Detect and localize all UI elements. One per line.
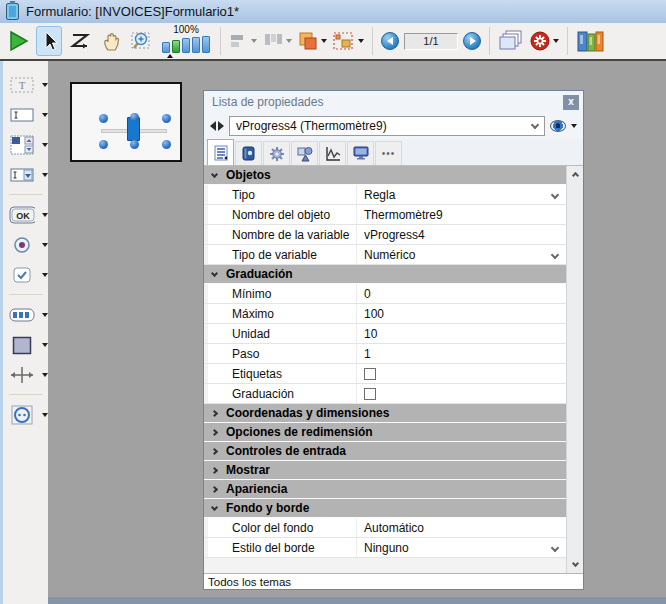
progress-bar-tool[interactable] — [3, 304, 48, 326]
tab-style[interactable] — [291, 141, 318, 165]
section-header[interactable]: Mostrar — [204, 461, 567, 480]
previous-object-button[interactable] — [210, 121, 224, 131]
errors-dropdown-arrow[interactable] — [553, 39, 559, 43]
zoom-bar-current[interactable] — [172, 40, 180, 53]
progress-bar-dropdown-arrow[interactable] — [42, 313, 48, 317]
tab-settings[interactable] — [263, 141, 290, 165]
previous-page-button[interactable] — [381, 32, 399, 50]
selection-zone-dropdown-arrow[interactable] — [358, 39, 364, 43]
zoom-bar-4[interactable] — [192, 37, 200, 53]
checkbox-tool[interactable] — [3, 264, 48, 286]
static-label-tool[interactable]: T — [3, 74, 48, 96]
section-header[interactable]: Graduación — [204, 265, 567, 284]
property-value[interactable]: vProgress4 — [356, 225, 567, 244]
combo-box-dropdown-arrow[interactable] — [42, 173, 48, 177]
plugin-area-tool[interactable] — [3, 404, 48, 426]
chevron-right-icon — [211, 466, 218, 473]
panel-status-bar: Todos los temas — [204, 573, 583, 589]
section-header[interactable]: Coordenadas y dimensiones — [204, 404, 567, 423]
scroll-down-button[interactable] — [567, 557, 583, 573]
push-button-dropdown-arrow[interactable] — [42, 213, 48, 217]
property-value[interactable]: Automático — [356, 518, 567, 537]
selection-handle-bottom-middle[interactable] — [130, 140, 139, 149]
zoom-bar-5[interactable] — [202, 36, 210, 53]
pan-button[interactable] — [98, 26, 124, 56]
splitter-dropdown-arrow[interactable] — [42, 373, 48, 377]
section-header[interactable]: Fondo y borde — [204, 499, 567, 518]
property-value[interactable]: Regla — [356, 185, 567, 204]
group-box-tool[interactable] — [3, 334, 48, 356]
property-value[interactable]: 0 — [356, 284, 567, 303]
selection-handle-bottom-left[interactable] — [99, 140, 108, 149]
select-tool-button[interactable] — [36, 26, 62, 56]
zoom-widget[interactable]: 100% — [162, 25, 210, 57]
property-list-panel: Lista de propiedades x vProgress4 (Therm… — [203, 90, 584, 590]
panel-tabs: ••• — [204, 139, 583, 166]
help-button[interactable] — [576, 26, 606, 56]
zoom-select-button[interactable] — [129, 26, 155, 56]
property-value[interactable] — [356, 364, 567, 383]
zoom-bar-1[interactable] — [162, 42, 170, 53]
selection-handle-top-left[interactable] — [99, 114, 108, 123]
selection-zone-button[interactable] — [332, 26, 364, 56]
plugin-area-dropdown-arrow[interactable] — [42, 413, 48, 417]
distribute-button-disabled — [262, 26, 292, 56]
section-header[interactable]: Opciones de redimensión — [204, 423, 567, 442]
property-value[interactable]: Thermomètre9 — [356, 205, 567, 224]
property-value[interactable]: Ninguno — [356, 538, 567, 557]
radio-button-dropdown-arrow[interactable] — [42, 243, 48, 247]
tab-display[interactable] — [347, 141, 374, 165]
order-front-button[interactable] — [297, 26, 327, 56]
zoom-bar-3[interactable] — [182, 38, 190, 53]
next-page-button[interactable] — [463, 32, 481, 50]
zoom-bars[interactable] — [162, 36, 210, 53]
window-list-button[interactable] — [498, 26, 524, 56]
scroll-up-button[interactable] — [567, 166, 583, 182]
section-header[interactable]: Controles de entrada — [204, 442, 567, 461]
checkbox-icon — [12, 266, 32, 284]
form-canvas[interactable] — [70, 82, 182, 162]
push-button-tool[interactable]: OK — [3, 204, 48, 226]
visibility-filter-button[interactable] — [550, 120, 577, 132]
property-value[interactable] — [356, 384, 567, 403]
close-icon[interactable]: x — [563, 95, 579, 110]
property-row: Nombre de la variablevProgress4 — [204, 225, 567, 245]
shapes-icon — [297, 146, 313, 162]
section-header[interactable]: Apariencia — [204, 480, 567, 499]
tab-details[interactable] — [235, 141, 262, 165]
radio-button-tool[interactable] — [3, 234, 48, 256]
panel-header[interactable]: Lista de propiedades x — [204, 91, 583, 113]
vertical-scrollbar[interactable] — [566, 166, 583, 573]
object-selector-combo[interactable]: vProgress4 (Thermomètre9) — [229, 116, 545, 136]
property-label: Etiquetas — [204, 367, 356, 381]
group-box-dropdown-arrow[interactable] — [42, 343, 48, 347]
property-label: Paso — [204, 347, 356, 361]
property-value[interactable]: 10 — [356, 324, 567, 343]
errors-button[interactable] — [529, 26, 559, 56]
tab-general[interactable] — [207, 139, 234, 165]
property-value[interactable]: Numérico — [356, 245, 567, 264]
selection-handle-top-right[interactable] — [162, 114, 171, 123]
selection-handle-top-middle[interactable] — [130, 113, 139, 122]
section-header[interactable]: Objetos — [204, 166, 567, 185]
checkbox[interactable] — [364, 368, 376, 380]
combo-box-tool[interactable] — [3, 164, 48, 186]
property-value[interactable]: 100 — [356, 304, 567, 323]
tab-chart[interactable] — [319, 141, 346, 165]
splitter-tool[interactable] — [3, 364, 48, 386]
list-box-dropdown-arrow[interactable] — [42, 143, 48, 147]
error-gear-icon — [529, 30, 551, 52]
property-row: Máximo100 — [204, 304, 567, 324]
list-box-tool[interactable] — [3, 134, 48, 156]
run-button[interactable] — [5, 26, 31, 56]
selection-handle-bottom-right[interactable] — [162, 140, 171, 149]
checkbox-dropdown-arrow[interactable] — [42, 273, 48, 277]
checkbox[interactable] — [364, 388, 376, 400]
property-value[interactable]: 1 — [356, 344, 567, 363]
edit-field-tool[interactable] — [3, 104, 48, 126]
edit-field-dropdown-arrow[interactable] — [42, 113, 48, 117]
tab-more[interactable]: ••• — [375, 141, 402, 165]
tab-order-button[interactable] — [67, 26, 93, 56]
order-dropdown-arrow[interactable] — [321, 39, 327, 43]
static-label-dropdown-arrow[interactable] — [42, 83, 48, 87]
